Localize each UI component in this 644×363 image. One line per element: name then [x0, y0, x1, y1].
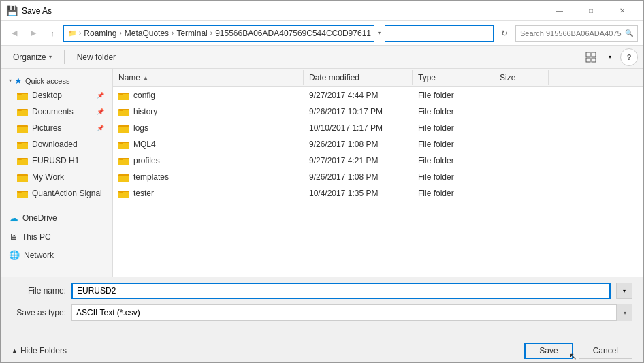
sidebar-item-eurusd-label: EURUSD H1: [32, 156, 79, 165]
breadcrumb-metaquotes[interactable]: MetaQuotes: [125, 29, 169, 38]
sidebar-item-downloaded[interactable]: Downloaded: [1, 136, 112, 153]
onedrive-icon: ☁: [9, 212, 18, 223]
file-name-cell: templates: [113, 170, 304, 184]
filename-input[interactable]: [71, 283, 611, 299]
sidebar-item-quantaction-label: QuantAction Signal: [32, 189, 102, 198]
network-icon: 🌐: [9, 250, 20, 260]
thispc-icon: 🖥: [9, 232, 18, 242]
sort-arrow-icon: ▲: [143, 75, 148, 81]
svg-rect-3: [592, 58, 596, 62]
file-name-cell: history: [113, 105, 304, 119]
table-row[interactable]: templates 9/26/2017 1:08 PM File folder: [113, 169, 643, 185]
file-type-cell: File folder: [413, 105, 494, 119]
filename-dropdown-button[interactable]: ▾: [616, 283, 632, 299]
svg-rect-15: [18, 142, 22, 144]
svg-rect-23: [17, 192, 28, 198]
file-size-cell: [494, 110, 549, 114]
desktop-folder-icon: [17, 90, 28, 101]
svg-rect-6: [18, 93, 22, 95]
close-button[interactable]: ✕: [607, 1, 638, 21]
sidebar-item-downloaded-label: Downloaded: [32, 140, 78, 149]
sidebar-item-pictures[interactable]: Pictures 📌: [1, 120, 112, 136]
search-icon: 🔍: [625, 29, 633, 37]
cursor-icon: ↖: [569, 351, 577, 362]
svg-rect-36: [119, 142, 123, 144]
view-dropdown-button[interactable]: ▾: [601, 48, 619, 66]
hide-folders-label: Hide Folders: [20, 346, 67, 356]
search-box[interactable]: 🔍: [515, 25, 638, 42]
maximize-button[interactable]: □: [575, 1, 607, 21]
documents-folder-icon: [17, 106, 28, 117]
refresh-button[interactable]: ↻: [496, 25, 513, 42]
quick-access-section: ▾ ★ Quick access Desktop 📌 Documents: [1, 72, 112, 202]
svg-rect-42: [119, 174, 123, 176]
table-row[interactable]: profiles 9/27/2017 4:21 PM File folder: [113, 153, 643, 169]
file-date-cell: 10/4/2017 1:35 PM: [304, 187, 413, 200]
header-size[interactable]: Size: [494, 70, 549, 85]
sidebar-item-desktop[interactable]: Desktop 📌: [1, 87, 112, 104]
save-button[interactable]: Save ↖: [524, 343, 573, 359]
toolbar-separator: [64, 50, 65, 64]
hide-folders-button[interactable]: ▲ Hide Folders: [12, 346, 67, 356]
table-row[interactable]: history 9/26/2017 10:17 PM File folder: [113, 104, 643, 120]
mywork-folder-icon: [17, 172, 28, 183]
sidebar-item-documents-label: Documents: [32, 107, 74, 116]
minimize-button[interactable]: ―: [544, 1, 575, 21]
file-date-cell: 9/27/2017 4:21 PM: [304, 154, 413, 168]
window-icon: 💾: [6, 5, 18, 16]
view-button[interactable]: [582, 48, 600, 66]
file-size-cell: [494, 191, 549, 195]
table-row[interactable]: tester 10/4/2017 1:35 PM File folder: [113, 185, 643, 202]
header-date[interactable]: Date modified: [304, 70, 413, 85]
help-button[interactable]: ?: [620, 48, 638, 66]
table-row[interactable]: MQL4 9/26/2017 1:08 PM File folder: [113, 136, 643, 153]
sidebar-item-onedrive[interactable]: ☁ OneDrive: [1, 210, 112, 226]
cancel-button[interactable]: Cancel: [579, 343, 632, 359]
savetype-select[interactable]: ASCII Text (*.csv): [71, 304, 632, 321]
header-name[interactable]: Name ▲: [113, 70, 304, 85]
svg-rect-44: [118, 192, 129, 198]
sidebar-item-network[interactable]: 🌐 Network: [1, 247, 112, 263]
sidebar-item-desktop-label: Desktop: [32, 91, 62, 100]
svg-rect-17: [17, 159, 28, 165]
filename-label: File name:: [12, 286, 66, 296]
header-name-label: Name: [118, 73, 140, 82]
address-box[interactable]: 📁 › Roaming › MetaQuotes › Terminal › 91…: [63, 25, 494, 42]
back-button[interactable]: ◀: [6, 25, 22, 42]
breadcrumb-id[interactable]: 915566BA06ADA407569C544CC0D97611: [215, 29, 371, 38]
search-input[interactable]: [520, 29, 622, 37]
sidebar-item-eurusd[interactable]: EURUSD H1: [1, 153, 112, 169]
footer: ▲ Hide Folders Save ↖ Cancel: [1, 338, 643, 362]
sidebar-item-mywork-label: My Work: [32, 172, 64, 182]
breadcrumb-roaming[interactable]: Roaming: [84, 29, 116, 38]
svg-rect-11: [17, 127, 28, 133]
view-grid-icon: [585, 52, 596, 63]
filename-row: File name: ▾: [12, 283, 632, 299]
up-button[interactable]: ↑: [44, 25, 61, 42]
file-size-cell: [494, 159, 549, 163]
svg-rect-35: [118, 143, 129, 149]
address-dropdown-button[interactable]: ▾: [374, 25, 385, 42]
svg-rect-2: [586, 58, 590, 62]
sidebar-item-quantaction[interactable]: QuantAction Signal: [1, 185, 112, 202]
sidebar-item-mywork[interactable]: My Work: [1, 169, 112, 185]
forward-button[interactable]: ▶: [25, 25, 42, 42]
table-row[interactable]: config 9/27/2017 4:44 PM File folder: [113, 87, 643, 104]
organize-label: Organize: [13, 52, 46, 62]
quick-access-star-icon: ★: [14, 76, 22, 86]
quick-access-header[interactable]: ▾ ★ Quick access: [1, 72, 112, 87]
cancel-label: Cancel: [593, 346, 618, 356]
new-folder-button[interactable]: New folder: [70, 48, 123, 66]
breadcrumb-terminal[interactable]: Terminal: [176, 29, 207, 38]
sidebar-item-thispc-label: This PC: [22, 232, 51, 242]
header-type[interactable]: Type: [413, 70, 494, 85]
organize-button[interactable]: Organize ▾: [6, 48, 59, 66]
header-type-label: Type: [418, 73, 436, 82]
folder-icon: [118, 123, 129, 133]
sidebar-item-documents[interactable]: Documents 📌: [1, 104, 112, 120]
table-row[interactable]: logs 10/10/2017 1:17 PM File folder: [113, 120, 643, 136]
file-list: Name ▲ Date modified Type Size config: [113, 69, 643, 277]
sidebar-item-thispc[interactable]: 🖥 This PC: [1, 229, 112, 244]
file-date-cell: 10/10/2017 1:17 PM: [304, 121, 413, 135]
folder-icon: [118, 189, 129, 198]
